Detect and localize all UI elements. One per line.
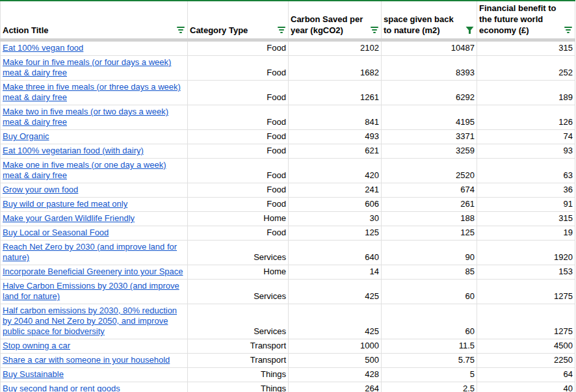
financial-benefit-cell: 36 <box>477 183 575 198</box>
action-title-cell: Make four in five meals (or four days a … <box>1 56 188 81</box>
action-title-cell: Buy Sustainable <box>1 368 188 382</box>
carbon-saved-cell: 640 <box>289 241 382 265</box>
column-header-financial-benefit[interactable]: Financial benefit to the future world ec… <box>477 1 575 40</box>
financial-benefit-cell: 189 <box>477 81 575 105</box>
column-header-action-title[interactable]: Action Title <box>1 1 188 40</box>
action-title-link[interactable]: Grow your own food <box>3 185 78 194</box>
carbon-saved-cell: 428 <box>289 368 382 382</box>
action-title-link[interactable]: Make four in five meals (or four days a … <box>3 57 171 77</box>
action-title-link[interactable]: Stop owning a car <box>3 341 70 350</box>
action-title-link[interactable]: Eat 100% vegan food <box>3 43 83 53</box>
space-given-back-cell: 5.75 <box>382 354 477 368</box>
table-row: Make your Garden Wildlife Friendly Home … <box>1 212 575 226</box>
header-row: Action Title Category Type Carbon Saved … <box>1 1 575 40</box>
carbon-saved-cell: 493 <box>289 130 382 144</box>
category-type-cell: Food <box>188 81 289 105</box>
spreadsheet-filtered-range: Action Title Category Type Carbon Saved … <box>0 0 576 392</box>
action-title-link[interactable]: Incorporate Beneficial Greenery into you… <box>3 267 183 276</box>
category-type-cell: Services <box>188 304 289 339</box>
financial-benefit-cell: 153 <box>477 265 575 280</box>
space-given-back-cell: 188 <box>382 212 477 226</box>
financial-benefit-cell: 91 <box>477 198 575 212</box>
table-row: Reach Net Zero by 2030 (and improve land… <box>1 241 575 265</box>
space-given-back-cell: 8393 <box>382 56 477 81</box>
table-row: Stop owning a car Transport 1000 11.5 45… <box>1 339 575 354</box>
table-row: Half carbon emissions by 2030, 80% reduc… <box>1 304 575 339</box>
column-header-label: Financial benefit to the future world ec… <box>479 3 556 35</box>
carbon-saved-cell: 2102 <box>289 40 382 56</box>
action-title-link[interactable]: Make three in five meals (or three days … <box>3 82 181 102</box>
table-row: Buy Sustainable Things 428 5 64 <box>1 368 575 382</box>
action-title-link[interactable]: Make your Garden Wildlife Friendly <box>3 213 135 223</box>
table-row: Halve Carbon Emissions by 2030 (and impr… <box>1 280 575 304</box>
category-type-cell: Transport <box>188 339 289 354</box>
category-type-cell: Food <box>188 159 289 183</box>
action-title-link[interactable]: Half carbon emissions by 2030, 80% reduc… <box>3 306 177 336</box>
column-header-carbon-saved[interactable]: Carbon Saved per year (kgCO2) <box>289 1 382 40</box>
table-row: Make one in five meals (or one day a wee… <box>1 159 575 183</box>
filter-lines-icon[interactable] <box>564 27 572 34</box>
financial-benefit-cell: 1920 <box>477 241 575 265</box>
action-title-link[interactable]: Share a car with someone in your househo… <box>3 355 170 365</box>
column-header-category-type[interactable]: Category Type <box>188 1 289 40</box>
category-type-cell: Services <box>188 241 289 265</box>
action-title-cell: Eat 100% vegetarian food (with dairy) <box>1 144 188 159</box>
action-title-cell: Stop owning a car <box>1 339 188 354</box>
action-title-cell: Buy second hand or rent goods <box>1 382 188 392</box>
category-type-cell: Food <box>188 183 289 198</box>
space-given-back-cell: 3371 <box>382 130 477 144</box>
table-row: Buy second hand or rent goods Things 264… <box>1 382 575 392</box>
financial-benefit-cell: 1275 <box>477 280 575 304</box>
financial-benefit-cell: 126 <box>477 105 575 130</box>
category-type-cell: Services <box>188 280 289 304</box>
category-type-cell: Things <box>188 382 289 392</box>
actions-table: Action Title Category Type Carbon Saved … <box>0 0 575 392</box>
action-title-cell: Share a car with someone in your househo… <box>1 354 188 368</box>
action-title-link[interactable]: Reach Net Zero by 2030 (and improve land… <box>3 242 177 262</box>
category-type-cell: Food <box>188 226 289 241</box>
category-type-cell: Things <box>188 368 289 382</box>
action-title-cell: Make your Garden Wildlife Friendly <box>1 212 188 226</box>
table-row: Grow your own food Food 241 674 36 <box>1 183 575 198</box>
carbon-saved-cell: 425 <box>289 304 382 339</box>
financial-benefit-cell: 40 <box>477 382 575 392</box>
column-header-label: space given back to nature (m2) <box>384 14 454 35</box>
action-title-link[interactable]: Eat 100% vegetarian food (with dairy) <box>3 146 144 155</box>
action-title-link[interactable]: Halve Carbon Emissions by 2030 (and impr… <box>3 281 179 301</box>
filter-lines-icon[interactable] <box>370 27 378 34</box>
action-title-link[interactable]: Make two in five meals (or two days a we… <box>3 107 168 127</box>
financial-benefit-cell: 74 <box>477 130 575 144</box>
action-title-link[interactable]: Buy Sustainable <box>3 369 64 379</box>
action-title-cell: Make two in five meals (or two days a we… <box>1 105 188 130</box>
financial-benefit-cell: 4500 <box>477 339 575 354</box>
space-given-back-cell: 60 <box>382 304 477 339</box>
table-header: Action Title Category Type Carbon Saved … <box>1 1 575 40</box>
carbon-saved-cell: 241 <box>289 183 382 198</box>
filter-lines-icon[interactable] <box>176 27 185 34</box>
space-given-back-cell: 261 <box>382 198 477 212</box>
space-given-back-cell: 5 <box>382 368 477 382</box>
action-title-link[interactable]: Buy wild or pasture fed meat only <box>3 199 127 209</box>
action-title-link[interactable]: Buy second hand or rent goods <box>3 384 120 392</box>
table-row: Eat 100% vegetarian food (with dairy) Fo… <box>1 144 575 159</box>
table-row: Make three in five meals (or three days … <box>1 81 575 105</box>
action-title-cell: Eat 100% vegan food <box>1 40 188 56</box>
space-given-back-cell: 10487 <box>382 40 477 56</box>
table-row: Buy Local or Seasonal Food Food 125 125 … <box>1 226 575 241</box>
action-title-cell: Buy Organic <box>1 130 188 144</box>
column-header-space-given-back[interactable]: space given back to nature (m2) <box>382 1 477 40</box>
category-type-cell: Food <box>188 56 289 81</box>
carbon-saved-cell: 125 <box>289 226 382 241</box>
action-title-link[interactable]: Buy Organic <box>3 131 49 141</box>
financial-benefit-cell: 63 <box>477 159 575 183</box>
action-title-link[interactable]: Make one in five meals (or one day a wee… <box>3 160 166 180</box>
table-row: Eat 100% vegan food Food 2102 10487 315 <box>1 40 575 56</box>
action-title-cell: Make three in five meals (or three days … <box>1 81 188 105</box>
table-row: Make two in five meals (or two days a we… <box>1 105 575 130</box>
column-header-label: Category Type <box>190 25 248 35</box>
filter-lines-icon[interactable] <box>277 27 285 34</box>
filter-funnel-active-icon[interactable] <box>465 27 474 34</box>
action-title-link[interactable]: Buy Local or Seasonal Food <box>3 228 109 237</box>
table-row: Buy Organic Food 493 3371 74 <box>1 130 575 144</box>
action-title-cell: Half carbon emissions by 2030, 80% reduc… <box>1 304 188 339</box>
